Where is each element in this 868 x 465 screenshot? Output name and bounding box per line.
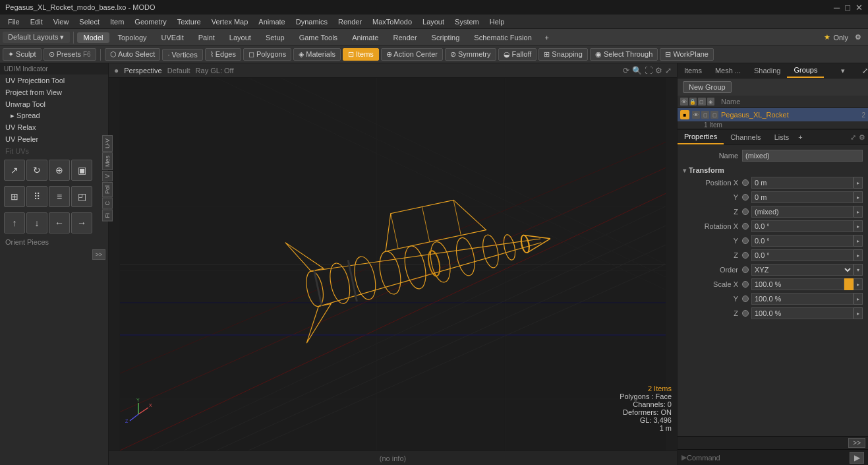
scale-x-circle[interactable]: [742, 281, 749, 288]
menu-geometry[interactable]: Geometry: [129, 16, 171, 27]
snapping-button[interactable]: ⊞ Snapping: [538, 48, 588, 61]
tab-gametools[interactable]: Game Tools: [293, 32, 345, 43]
uv-projection-tool[interactable]: UV Projection Tool: [0, 75, 108, 86]
side-tab-v[interactable]: V: [102, 171, 109, 181]
left-arrow-icon[interactable]: ←: [49, 212, 70, 233]
menu-help[interactable]: Help: [484, 16, 510, 27]
pos-z-arr[interactable]: ▸: [854, 206, 863, 218]
pos-y-circle[interactable]: [742, 194, 749, 201]
pos-z-circle[interactable]: [742, 208, 749, 215]
materials-button[interactable]: ◈ Materials: [293, 48, 341, 61]
menu-maxtomodo[interactable]: MaxToModo: [367, 16, 417, 27]
viewport-canvas[interactable]: 2 Items Polygons : Face Channels: 0 Defo…: [109, 78, 677, 450]
menu-animate[interactable]: Animate: [253, 16, 290, 27]
presets-button[interactable]: ⊙ Presets F6: [43, 48, 96, 61]
tab-mesh[interactable]: Mesh ...: [709, 64, 747, 77]
rot-z-arr[interactable]: ▸: [854, 249, 863, 261]
rot-z-circle[interactable]: [742, 252, 749, 259]
menu-layout[interactable]: Layout: [417, 16, 449, 27]
tab-channels[interactable]: Channels: [724, 131, 767, 144]
side-tab-fi[interactable]: Fi: [102, 210, 109, 222]
viewport[interactable]: ● Perspective Default Ray GL: Off ⟳ 🔍 ⛶ …: [109, 63, 677, 465]
scale-x-arr[interactable]: ▸: [854, 278, 863, 290]
uv-peeler-tool[interactable]: UV Peeler: [0, 133, 108, 145]
tab-topology[interactable]: Topology: [111, 32, 153, 43]
symmetry-button[interactable]: ⊘ Symmetry: [445, 48, 496, 61]
menu-view[interactable]: View: [48, 16, 74, 27]
props-settings-icon[interactable]: ⚙: [859, 133, 865, 142]
menu-select[interactable]: Select: [74, 16, 105, 27]
tab-paint[interactable]: Paint: [192, 32, 221, 43]
unwrap-tool[interactable]: Unwrap Tool: [0, 98, 108, 110]
side-tab-mesh[interactable]: Mes: [102, 152, 109, 170]
tab-properties[interactable]: Properties: [678, 130, 724, 144]
dots-icon[interactable]: ⠿: [26, 186, 47, 207]
edges-button[interactable]: ⌇ Edges: [205, 48, 241, 61]
tab-setup[interactable]: Setup: [259, 32, 291, 43]
up-arrow-icon[interactable]: ↑: [4, 212, 25, 233]
scale-icon[interactable]: ⊕: [49, 160, 70, 181]
lines-icon[interactable]: ≡: [49, 186, 70, 207]
tab-schematic[interactable]: Schematic Fusion: [467, 32, 538, 43]
rot-x-arr[interactable]: ▸: [854, 220, 863, 232]
fit-uvs-tool[interactable]: Fit UVs: [0, 145, 108, 157]
rot-x-circle[interactable]: [742, 223, 749, 230]
props-expand-icon[interactable]: ⤢: [850, 133, 856, 142]
menu-item[interactable]: Item: [105, 16, 129, 27]
pos-x-circle[interactable]: [742, 179, 749, 186]
menu-edit[interactable]: Edit: [25, 16, 48, 27]
workplane-button[interactable]: ⊟ WorkPlane: [660, 48, 714, 61]
command-execute-button[interactable]: ▶: [850, 452, 864, 464]
new-group-button[interactable]: New Group: [683, 81, 732, 93]
tab-uvedit[interactable]: UVEdit: [155, 32, 190, 43]
box-icon[interactable]: ◰: [71, 186, 92, 207]
menu-vertexmap[interactable]: Vertex Map: [206, 16, 254, 27]
scale-y-arr[interactable]: ▸: [854, 293, 863, 305]
close-button[interactable]: ✕: [855, 3, 863, 13]
name-input[interactable]: [742, 150, 863, 162]
vp-settings-icon[interactable]: ⚙: [655, 66, 662, 75]
project-from-view-tool[interactable]: Project from View: [0, 86, 108, 98]
tab-animate[interactable]: Animate: [345, 32, 385, 43]
sculpt-button[interactable]: ✦ Sculpt: [3, 48, 42, 61]
tab-items[interactable]: Items: [678, 64, 709, 77]
vp-expand-icon[interactable]: ⛶: [645, 66, 652, 75]
expand-icon[interactable]: ⤢: [862, 67, 868, 75]
scale-z-circle[interactable]: [742, 310, 749, 317]
spread-tool[interactable]: ▸ Spread: [0, 110, 108, 121]
add-tab-button[interactable]: +: [540, 31, 554, 44]
order-arr[interactable]: ▾: [854, 264, 863, 276]
transform-icon[interactable]: ↗: [4, 160, 25, 181]
vp-zoom-icon[interactable]: 🔍: [632, 66, 642, 75]
tab-lists[interactable]: Lists: [768, 131, 796, 144]
order-circle[interactable]: [742, 266, 749, 273]
props-scroll-down[interactable]: >>: [848, 438, 865, 448]
minimize-button[interactable]: ─: [834, 3, 840, 13]
collapse-button[interactable]: >>: [92, 249, 105, 260]
select-through-button[interactable]: ◉ Select Through: [590, 48, 658, 61]
polygons-button[interactable]: ◻ Polygons: [243, 48, 291, 61]
tab-arrow[interactable]: ▾: [837, 64, 849, 78]
falloff-button[interactable]: ◒ Falloff: [498, 48, 537, 61]
down-arrow-icon[interactable]: ↓: [26, 212, 47, 233]
select-icon[interactable]: ▣: [71, 160, 92, 181]
scale-y-circle[interactable]: [742, 295, 749, 302]
rotate-icon[interactable]: ↻: [26, 160, 47, 181]
layout-selector[interactable]: Default Layouts ▾: [3, 32, 70, 43]
pos-x-arr[interactable]: ▸: [854, 177, 863, 189]
menu-file[interactable]: File: [3, 16, 25, 27]
list-item-rocket[interactable]: ■ 👁 ◻ ◻ Pegasus_XL_Rocket 2: [678, 108, 868, 121]
items-button[interactable]: ⊡ Items: [343, 48, 379, 61]
tab-model[interactable]: Model: [77, 32, 110, 43]
menu-render[interactable]: Render: [333, 16, 367, 27]
pos-y-arr[interactable]: ▸: [854, 191, 863, 203]
maximize-button[interactable]: □: [845, 3, 850, 13]
scale-z-arr[interactable]: ▸: [854, 307, 863, 319]
menu-system[interactable]: System: [449, 16, 484, 27]
tab-render[interactable]: Render: [386, 32, 423, 43]
tab-scripting[interactable]: Scripting: [425, 32, 467, 43]
grid-icon[interactable]: ⊞: [4, 186, 25, 207]
side-tab-pol[interactable]: Pol: [102, 182, 109, 197]
tab-shading[interactable]: Shading: [747, 64, 787, 77]
command-input[interactable]: [687, 454, 850, 462]
